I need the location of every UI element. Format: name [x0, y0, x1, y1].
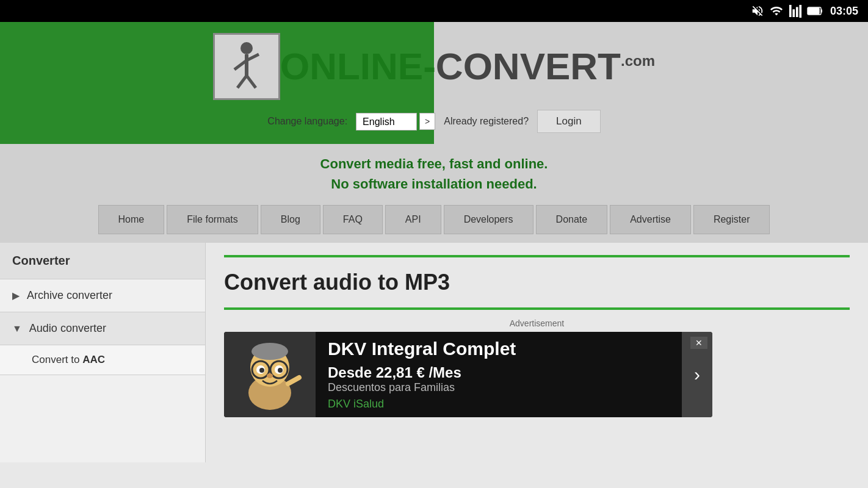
ad-close-button[interactable]: ✕	[690, 337, 707, 349]
logo-icon	[213, 33, 280, 100]
ad-brand: DKV iSalud	[328, 398, 670, 411]
svg-point-17	[278, 368, 283, 373]
mute-icon	[751, 4, 764, 18]
status-icons	[751, 4, 824, 18]
nav-advertise[interactable]: Advertise	[610, 205, 691, 234]
header: ONLINE-CONVERT.com Change language: Engl…	[0, 22, 868, 144]
nav-blog[interactable]: Blog	[261, 205, 320, 234]
tagline: Convert media free, fast and online. No …	[0, 144, 868, 199]
convert-to-label: Convert to	[32, 354, 82, 365]
nav-faq[interactable]: FAQ	[323, 205, 383, 234]
logo-convert-text: CONVERT	[436, 45, 621, 87]
nav-developers[interactable]: Developers	[444, 205, 533, 234]
sidebar-converter-title: Converter	[0, 243, 205, 279]
login-button[interactable]: Login	[537, 110, 601, 133]
tagline-line2: No software installation needed.	[0, 174, 868, 194]
aac-label: AAC	[82, 354, 105, 365]
sidebar-item-audio-converter[interactable]: ▼ Audio converter	[0, 312, 205, 345]
status-bar: 03:05	[0, 0, 868, 22]
lang-login-bar: Change language: English Deutsch Françai…	[267, 110, 600, 133]
sidebar: Converter ▶ Archive converter ▼ Audio co…	[0, 243, 206, 462]
nav-home[interactable]: Home	[98, 205, 165, 234]
audio-expand-arrow: ▼	[12, 323, 22, 334]
svg-point-10	[251, 343, 288, 360]
wifi-icon	[769, 4, 784, 18]
status-time: 03:05	[830, 5, 858, 18]
svg-point-2	[241, 42, 253, 54]
ad-banner: ✕	[224, 332, 712, 417]
svg-point-16	[259, 368, 264, 373]
archive-converter-label: Archive converter	[27, 289, 112, 302]
page-content: Convert audio to MP3 Advertisement ✕	[206, 243, 868, 462]
nav-bar: Home File formats Blog FAQ API Developer…	[0, 199, 868, 243]
logo-area: ONLINE-CONVERT.com	[213, 33, 655, 100]
ad-text-area: DKV Integral Complet Desde 22,81 € /Mes …	[316, 332, 682, 417]
svg-point-18	[267, 373, 273, 378]
language-arrow-button[interactable]: >	[419, 113, 435, 130]
advertisement-label: Advertisement	[224, 318, 850, 328]
logo-online-text: ONLINE-	[280, 45, 436, 87]
ad-image	[233, 338, 306, 411]
language-selector-wrapper[interactable]: English Deutsch Français Español >	[356, 113, 435, 131]
svg-rect-1	[808, 8, 819, 14]
nav-file-formats[interactable]: File formats	[167, 205, 258, 234]
svg-line-7	[247, 76, 256, 88]
sidebar-sub-item-aac[interactable]: Convert to AAC	[0, 345, 205, 375]
nav-api[interactable]: API	[385, 205, 441, 234]
archive-expand-arrow: ▶	[12, 290, 20, 301]
change-language-label: Change language:	[267, 116, 347, 127]
battery-icon	[807, 5, 824, 16]
sidebar-item-archive-converter[interactable]: ▶ Archive converter	[0, 279, 205, 312]
svg-line-19	[288, 378, 299, 384]
ad-price: Desde 22,81 € /Mes	[328, 364, 670, 381]
nav-donate[interactable]: Donate	[536, 205, 608, 234]
audio-converter-label: Audio converter	[29, 322, 106, 335]
main-content: Converter ▶ Archive converter ▼ Audio co…	[0, 243, 868, 462]
nav-register[interactable]: Register	[693, 205, 770, 234]
ad-description: Descuentos para Familias	[328, 381, 670, 394]
language-select[interactable]: English Deutsch Français Español	[356, 113, 417, 131]
ad-image-area	[224, 332, 316, 417]
ad-title: DKV Integral Complet	[328, 339, 670, 359]
tagline-line1: Convert media free, fast and online.	[0, 154, 868, 174]
page-title: Convert audio to MP3	[224, 264, 850, 301]
already-registered-label: Already registered?	[444, 116, 529, 127]
logo-com-text: .com	[621, 52, 655, 69]
svg-line-6	[237, 76, 247, 88]
content-divider-bottom	[224, 307, 850, 310]
signal-icon	[789, 4, 802, 18]
content-divider-top	[224, 255, 850, 257]
